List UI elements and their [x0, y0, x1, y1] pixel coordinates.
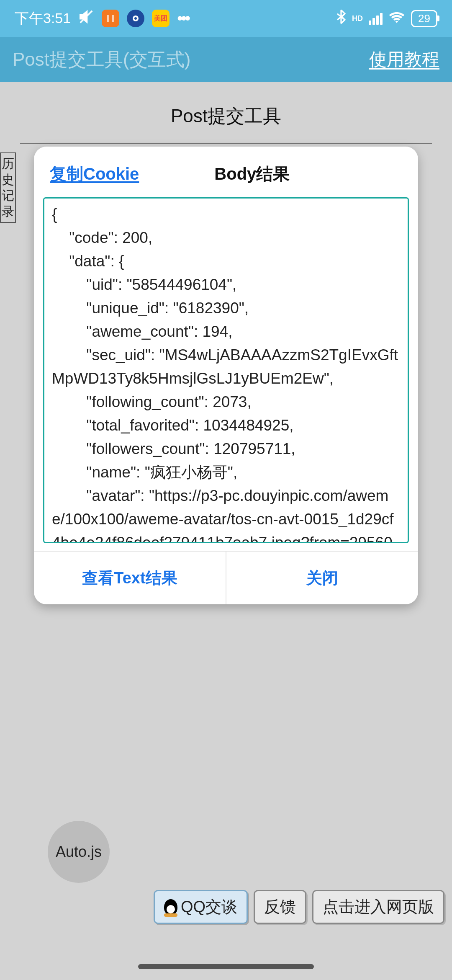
dialog-header: 复制Cookie Body结果 [34, 147, 418, 197]
status-time: 下午3:51 [15, 9, 71, 28]
app-title: Post提交工具(交互式) [13, 47, 190, 72]
dialog-footer: 查看Text结果 关闭 [34, 551, 418, 604]
app-icon-1 [102, 10, 119, 27]
history-tab[interactable]: 历史记录 [0, 152, 16, 223]
hd-indicator: HD [352, 14, 363, 23]
page-title: Post提交工具 [20, 104, 432, 144]
bluetooth-icon [336, 9, 346, 28]
qq-chat-button[interactable]: QQ交谈 [154, 890, 248, 924]
svg-point-2 [134, 17, 137, 20]
web-version-button[interactable]: 点击进入网页版 [312, 890, 444, 924]
signal-icon [369, 12, 383, 25]
qq-penguin-icon [164, 899, 177, 915]
gesture-bar[interactable] [138, 964, 314, 969]
view-text-button[interactable]: 查看Text结果 [34, 552, 226, 604]
wifi-icon [388, 10, 405, 27]
status-right: HD 29 [336, 9, 437, 28]
status-bar: 下午3:51 美团 ••• HD [0, 0, 452, 37]
close-button[interactable]: 关闭 [226, 552, 418, 604]
qq-button-label: QQ交谈 [181, 896, 237, 918]
result-textarea[interactable]: { "code": 200, "data": { "uid": "5854449… [43, 197, 409, 543]
battery-indicator: 29 [411, 10, 437, 27]
copy-cookie-link[interactable]: 复制Cookie [50, 162, 139, 186]
autojs-badge[interactable]: Auto.js [48, 821, 110, 883]
app-bar: Post提交工具(交互式) 使用教程 [0, 37, 452, 82]
bottom-button-bar: QQ交谈 反馈 点击进入网页版 [154, 890, 444, 924]
dialog-title: Body结果 [214, 162, 290, 186]
feedback-button[interactable]: 反馈 [254, 890, 306, 924]
status-left: 下午3:51 美团 ••• [15, 9, 189, 28]
app-icon-3: 美团 [152, 10, 170, 27]
result-dialog: 复制Cookie Body结果 { "code": 200, "data": {… [34, 147, 418, 604]
tutorial-link[interactable]: 使用教程 [369, 48, 439, 71]
more-icon: ••• [177, 10, 189, 28]
app-icon-2 [127, 10, 144, 27]
mute-icon [78, 9, 94, 28]
page-header: Post提交工具 [0, 82, 452, 156]
